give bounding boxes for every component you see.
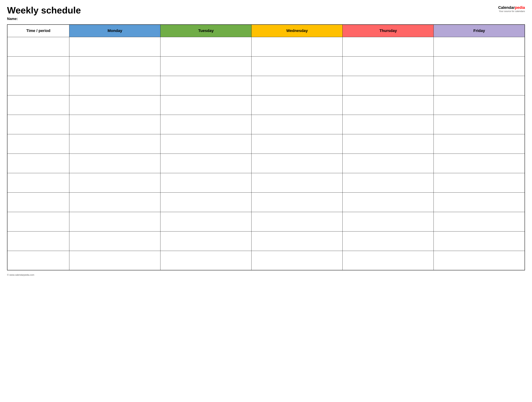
schedule-cell[interactable] [252, 37, 343, 56]
col-header-wednesday: Wednesday [252, 25, 343, 37]
time-cell[interactable] [7, 56, 69, 76]
schedule-cell[interactable] [252, 212, 343, 231]
logo-text: Calendarpedia [498, 5, 525, 10]
table-row [7, 154, 525, 173]
table-row [7, 173, 525, 192]
schedule-cell[interactable] [69, 192, 160, 212]
schedule-cell[interactable] [252, 115, 343, 134]
schedule-cell[interactable] [434, 76, 525, 95]
schedule-cell[interactable] [343, 231, 434, 251]
schedule-cell[interactable] [434, 95, 525, 115]
schedule-cell[interactable] [69, 173, 160, 192]
schedule-cell[interactable] [160, 134, 252, 154]
schedule-cell[interactable] [434, 173, 525, 192]
schedule-cell[interactable] [434, 37, 525, 56]
schedule-cell[interactable] [252, 251, 343, 270]
schedule-cell[interactable] [343, 134, 434, 154]
schedule-cell[interactable] [160, 231, 252, 251]
title-area: Weekly schedule Name: [7, 5, 81, 21]
col-header-tuesday: Tuesday [160, 25, 252, 37]
col-header-monday: Monday [69, 25, 160, 37]
logo-area: Calendarpedia Your source for calendars [498, 5, 525, 13]
table-row [7, 76, 525, 95]
table-row [7, 115, 525, 134]
schedule-cell[interactable] [343, 154, 434, 173]
table-row [7, 192, 525, 212]
schedule-cell[interactable] [69, 154, 160, 173]
schedule-cell[interactable] [160, 95, 252, 115]
schedule-cell[interactable] [160, 115, 252, 134]
header-row: Time / period Monday Tuesday Wednesday T… [7, 25, 525, 37]
table-row [7, 134, 525, 154]
schedule-cell[interactable] [252, 56, 343, 76]
schedule-cell[interactable] [343, 37, 434, 56]
table-row [7, 231, 525, 251]
schedule-cell[interactable] [434, 134, 525, 154]
time-cell[interactable] [7, 251, 69, 270]
schedule-cell[interactable] [160, 76, 252, 95]
website-link: © www.calendarpedia.com [7, 273, 34, 276]
time-cell[interactable] [7, 134, 69, 154]
schedule-cell[interactable] [252, 76, 343, 95]
col-header-friday: Friday [434, 25, 525, 37]
schedule-cell[interactable] [343, 251, 434, 270]
schedule-cell[interactable] [69, 134, 160, 154]
time-cell[interactable] [7, 95, 69, 115]
schedule-cell[interactable] [343, 173, 434, 192]
schedule-cell[interactable] [252, 95, 343, 115]
schedule-cell[interactable] [434, 154, 525, 173]
time-cell[interactable] [7, 37, 69, 56]
schedule-cell[interactable] [69, 37, 160, 56]
schedule-cell[interactable] [160, 154, 252, 173]
schedule-cell[interactable] [343, 115, 434, 134]
schedule-cell[interactable] [252, 154, 343, 173]
schedule-cell[interactable] [160, 192, 252, 212]
logo-pedia: pedia [515, 5, 525, 10]
schedule-cell[interactable] [160, 173, 252, 192]
schedule-cell[interactable] [69, 56, 160, 76]
schedule-cell[interactable] [252, 173, 343, 192]
time-cell[interactable] [7, 212, 69, 231]
schedule-cell[interactable] [160, 56, 252, 76]
schedule-cell[interactable] [160, 37, 252, 56]
schedule-cell[interactable] [69, 251, 160, 270]
table-row [7, 251, 525, 270]
schedule-cell[interactable] [434, 212, 525, 231]
table-row [7, 56, 525, 76]
schedule-cell[interactable] [252, 134, 343, 154]
time-cell[interactable] [7, 173, 69, 192]
schedule-cell[interactable] [343, 192, 434, 212]
name-label: Name: [7, 17, 81, 21]
schedule-cell[interactable] [69, 212, 160, 231]
time-cell[interactable] [7, 115, 69, 134]
schedule-cell[interactable] [160, 251, 252, 270]
schedule-cell[interactable] [69, 76, 160, 95]
schedule-cell[interactable] [160, 212, 252, 231]
footer: © www.calendarpedia.com [7, 272, 525, 276]
schedule-cell[interactable] [69, 231, 160, 251]
table-row [7, 212, 525, 231]
schedule-cell[interactable] [343, 76, 434, 95]
schedule-cell[interactable] [343, 212, 434, 231]
schedule-cell[interactable] [434, 56, 525, 76]
col-header-time: Time / period [7, 25, 69, 37]
schedule-cell[interactable] [434, 115, 525, 134]
schedule-cell[interactable] [69, 95, 160, 115]
schedule-table: Time / period Monday Tuesday Wednesday T… [7, 24, 525, 270]
schedule-cell[interactable] [343, 95, 434, 115]
logo-calendar: Calendar [498, 5, 515, 10]
schedule-cell[interactable] [69, 115, 160, 134]
schedule-cell[interactable] [252, 192, 343, 212]
schedule-cell[interactable] [434, 231, 525, 251]
time-cell[interactable] [7, 154, 69, 173]
schedule-cell[interactable] [434, 192, 525, 212]
schedule-cell[interactable] [434, 251, 525, 270]
time-cell[interactable] [7, 76, 69, 95]
table-row [7, 37, 525, 56]
time-cell[interactable] [7, 231, 69, 251]
schedule-cell[interactable] [343, 56, 434, 76]
time-cell[interactable] [7, 192, 69, 212]
col-header-thursday: Thursday [343, 25, 434, 37]
table-row [7, 95, 525, 115]
schedule-cell[interactable] [252, 231, 343, 251]
